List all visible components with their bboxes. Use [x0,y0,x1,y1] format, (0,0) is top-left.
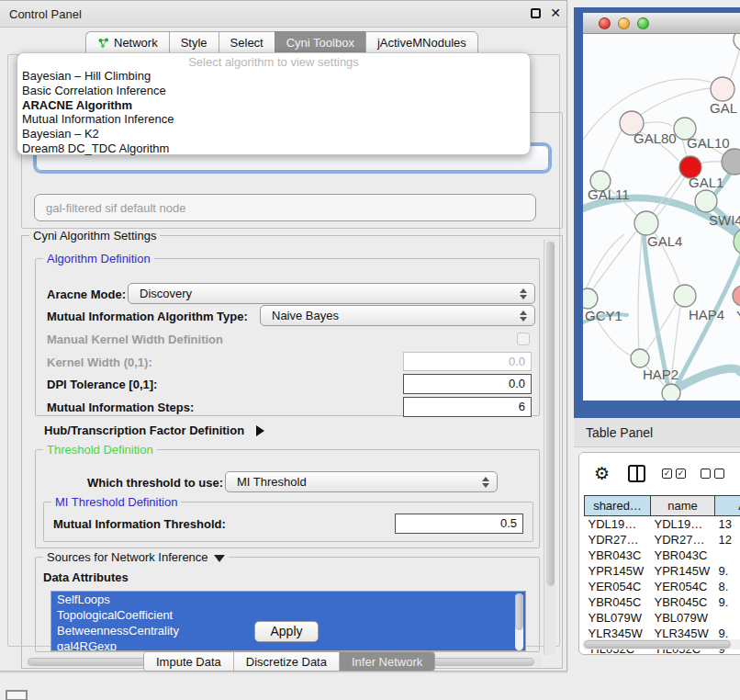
dropdown-item[interactable]: Bayesian – Hill Climbing [17,69,530,84]
mi-steps-field[interactable]: 6 [403,397,532,417]
column-header[interactable]: name [651,496,715,516]
checked-checkbox-icon[interactable] [676,469,686,479]
data-attributes-label: Data Attributes [43,570,129,584]
dropdown-placeholder: Select algorithm to view settings [17,55,530,69]
column-header[interactable]: shared… [585,496,651,516]
settings-vertical-scrollbar[interactable] [544,240,555,655]
node-label: GAL80 [633,130,677,146]
node-label: GAL [710,100,737,116]
table-row[interactable]: YPR145WYPR145W9. [585,563,740,579]
node-label: HAP4 [689,307,724,322]
network-view-window: GAL GAL80 GAL10 GAL1 GAL11 SWI4 GAL4 GCY… [574,7,740,418]
node-label: GAL10 [687,135,730,151]
dropdown-item[interactable]: Mutual Information Inference [17,112,530,127]
table-row[interactable]: YDL19…YDL19…13 [585,516,740,532]
network-graph: GAL GAL80 GAL10 GAL1 GAL11 SWI4 GAL4 GCY… [583,34,740,401]
network-canvas[interactable]: GAL GAL80 GAL10 GAL1 GAL11 SWI4 GAL4 GCY… [583,34,740,401]
node-table: shared… name A YDL19…YDL19…13 YDR27…YDR2… [584,495,740,655]
kernel-width-field[interactable]: 0.0 [403,352,532,371]
mi-threshold-label: Mutual Information Threshold: [53,517,226,531]
table-panel-header: Table Panel [574,418,740,447]
node-gcy1[interactable] [583,288,598,309]
node-gray[interactable] [722,149,740,175]
tab-impute-data[interactable]: Impute Data [144,652,234,671]
manual-kernel-checkbox[interactable] [517,333,530,345]
node-label: Y [736,308,740,323]
node-label: GCY1 [585,308,622,323]
dropdown-item[interactable]: Basic Correlation Inference [17,84,530,98]
control-panel-tabbar: Network Style Select Cyni Toolbox jActiv… [85,31,478,53]
list-item[interactable]: SelfLoops [51,592,525,607]
tab-network-label: Network [114,36,158,50]
table-row[interactable]: YER054CYER054C8. [585,579,740,594]
close-traffic-light[interactable] [599,17,611,29]
node-label: GAL4 [647,233,682,249]
mi-type-label: Mutual Information Algorithm Type: [47,310,248,323]
unchecked-checkbox-icon[interactable] [701,469,711,479]
mi-threshold-field[interactable]: 0.5 [395,514,523,534]
apply-button[interactable]: Apply [254,621,319,642]
stepper-arrows-icon [516,310,531,322]
dpi-tolerance-field[interactable]: 0.0 [403,374,532,394]
dropdown-item-selected[interactable]: ARACNE Algorithm [17,98,530,113]
close-icon[interactable]: ✕ [550,6,561,20]
node-hap2[interactable] [631,349,649,367]
hub-definition-toggle[interactable]: Hub/Transcription Factor Definition [44,422,264,438]
mi-threshold-group: MI Threshold Definition Mutual Informati… [43,502,533,542]
float-window-icon[interactable] [531,8,541,18]
tab-select[interactable]: Select [219,31,275,53]
tab-discretize-data[interactable]: Discretize Data [234,652,340,671]
node-gal-cut[interactable] [711,77,734,101]
table-toolbar: ⚙ [579,453,740,493]
algorithm-definition-group: Algorithm Definition Aracne Mode: Discov… [35,258,540,416]
node-top-partial[interactable] [734,34,740,51]
table-row[interactable]: YDR27…YDR27…12 [585,532,740,548]
mi-threshold-group-title: MI Threshold Definition [51,495,181,509]
list-scrollbar[interactable] [515,593,523,650]
tab-jactivemnodules[interactable]: jActiveMNodules [365,31,478,53]
node-bottom-partial[interactable] [662,384,680,401]
mi-type-combo[interactable]: Naive Bayes [260,305,535,326]
table-row[interactable]: YBR045CYBR045C9. [585,594,740,610]
checked-checkbox-icon[interactable] [662,469,672,479]
tab-network[interactable]: Network [85,31,169,53]
tab-cyni-toolbox[interactable]: Cyni Toolbox [275,31,365,53]
tab-style[interactable]: Style [169,31,219,53]
unchecked-checkbox-icon[interactable] [714,469,724,479]
node-hap4[interactable] [674,285,696,307]
node-label: GAL11 [588,186,630,202]
table-row[interactable]: YBR043CYBR043C [585,548,740,563]
cyni-algorithm-settings-group: Cyni Algorithm Settings Algorithm Defini… [21,235,563,669]
zoom-traffic-light[interactable] [637,17,649,29]
manual-kernel-label: Manual Kernel Width Definition [47,333,223,346]
gear-icon[interactable]: ⚙ [594,465,610,482]
aracne-mode-combo[interactable]: Discovery [128,283,535,304]
threshold-definition-group: Threshold Definition Which threshold to … [35,449,540,548]
dropdown-item[interactable]: Bayesian – K2 [17,127,530,141]
settings-group-title: Cyni Algorithm Settings [29,229,160,243]
columns-icon[interactable] [628,465,645,482]
minimized-panel-chip[interactable] [6,690,28,700]
node-gal4[interactable] [634,211,658,235]
node-label: SWI4 [709,212,740,228]
node-swi4[interactable] [695,190,717,212]
kernel-width-label: Kernel Width (0,1): [47,356,152,369]
network-window-titlebar[interactable] [583,13,740,34]
cyni-bottom-tabbar: Impute Data Discretize Data Infer Networ… [143,651,435,672]
table-horizontal-scrollbar[interactable] [582,639,740,649]
table-row[interactable]: YBL079WYBL079W [585,610,740,626]
which-threshold-combo[interactable]: MI Threshold [225,471,498,492]
node-label: HAP2 [643,367,678,382]
node-salmon-cut[interactable] [733,286,740,306]
expanded-arrow-icon [214,555,225,562]
algorithm-definition-title: Algorithm Definition [43,252,154,265]
tab-infer-network[interactable]: Infer Network [340,652,434,671]
dropdown-item[interactable]: Dream8 DC_TDC Algorithm [17,141,530,156]
network-select-combo[interactable]: gal-filtered sif default node [34,194,536,221]
minimize-traffic-light[interactable] [618,17,630,29]
aracne-mode-label: Aracne Mode: [47,288,126,301]
sources-title[interactable]: Sources for Network Inference [43,550,229,564]
table-row[interactable]: YLR345WYLR345W9. [585,626,740,641]
table-panel-card: ⚙ shared… name A YDL19…YDL19…13 YDR27…YD… [578,452,740,655]
column-header[interactable]: A [715,496,740,516]
